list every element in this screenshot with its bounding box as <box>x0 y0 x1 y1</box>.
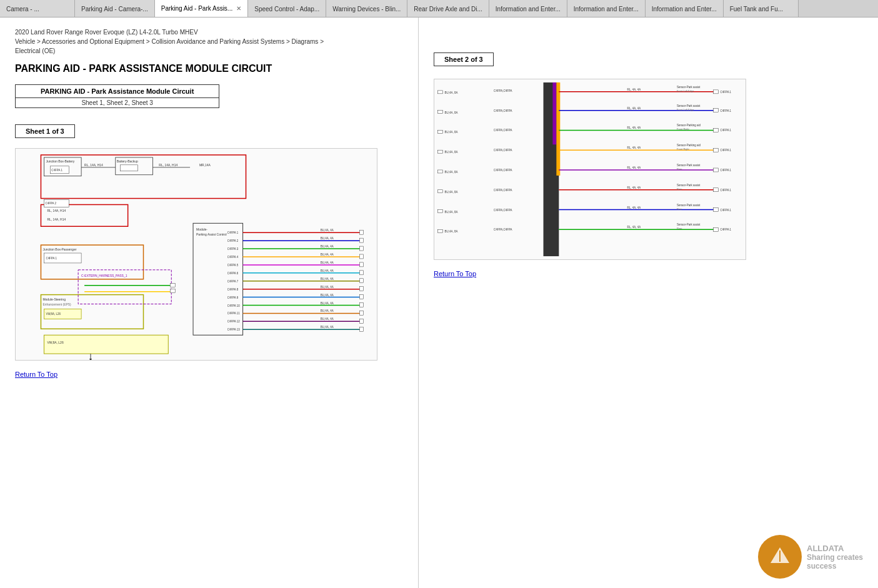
svg-text:RL, 14A, H14: RL, 14A, H14 <box>47 209 66 212</box>
svg-text:RL, 14A, H14: RL, 14A, H14 <box>159 164 177 167</box>
svg-text:VW,8A, L26: VW,8A, L26 <box>47 341 63 344</box>
svg-text:RL, 4A, 4A: RL, 4A, 4A <box>627 206 641 209</box>
svg-rect-98 <box>438 150 443 153</box>
svg-text:C4FPA 5: C4FPA 5 <box>227 264 239 267</box>
svg-text:Rear: Rear <box>677 187 682 191</box>
svg-rect-160 <box>714 208 719 212</box>
svg-text:BU,4A, 8A: BU,4A, 8A <box>445 230 458 233</box>
svg-rect-62 <box>359 230 363 234</box>
svg-rect-65 <box>359 254 363 259</box>
svg-text:C4FPA 1: C4FPA 1 <box>721 209 732 212</box>
tab-fuel-tank[interactable]: Fuel Tank and Fu... <box>724 0 799 17</box>
svg-rect-71 <box>359 303 363 307</box>
svg-text:RL, 4A, 4A: RL, 4A, 4A <box>627 226 641 229</box>
tab-parking-camera[interactable]: Parking Aid - Camera-... <box>75 0 155 17</box>
tab-parking-park[interactable]: Parking Aid - Park Assis... ✕ <box>155 0 249 17</box>
svg-text:C-EXTERN_HARNESS_PASS_1: C-EXTERN_HARNESS_PASS_1 <box>81 274 127 277</box>
svg-rect-157 <box>714 148 719 152</box>
svg-text:Parking Assist Control: Parking Assist Control <box>196 233 227 236</box>
svg-text:Module-: Module- <box>196 228 207 231</box>
svg-text:BU,4A, 4A: BU,4A, 4A <box>321 286 334 289</box>
tab-rear-drive[interactable]: Rear Drive Axle and Di... <box>407 0 489 17</box>
svg-text:Sensor-Park assist: Sensor-Park assist <box>677 204 701 207</box>
svg-rect-88 <box>170 284 175 287</box>
tab-warning-devices[interactable]: Warning Devices - Blin... <box>326 0 407 17</box>
svg-text:C4FPA 7: C4FPA 7 <box>227 280 239 283</box>
circuit-ref-subtitle: Sheet 1, Sheet 2, Sheet 3 <box>16 98 219 107</box>
tab-speed-control[interactable]: Speed Control - Adap... <box>248 0 326 17</box>
svg-text:C4FPA 6: C4FPA 6 <box>227 272 239 275</box>
svg-text:RL, 4A, 4A: RL, 4A, 4A <box>627 146 641 149</box>
svg-text:Sensor-Parking aid: Sensor-Parking aid <box>677 144 701 147</box>
svg-text:C4FPA 1: C4FPA 1 <box>227 231 239 234</box>
circuit-ref-table: PARKING AID - Park Assistance Module Cir… <box>15 84 219 108</box>
svg-rect-66 <box>359 262 363 267</box>
svg-rect-96 <box>438 111 443 114</box>
tab-info-enter-2[interactable]: Information and Enter... <box>567 0 646 17</box>
svg-text:C4FPA 2: C4FPA 2 <box>45 202 56 205</box>
sheet1-diagram: Junction Box-Battery C4FPA 1 Battery-Bac… <box>15 148 377 361</box>
sheet2-diagram: BU,4A, 8A BU,4A, 8A BU,4A, 8A BU,4A, 8A … <box>434 79 746 260</box>
svg-rect-158 <box>714 168 719 172</box>
svg-text:BU,4A, 4A: BU,4A, 4A <box>321 309 334 312</box>
tab-camera[interactable]: Camera - ... <box>0 0 75 17</box>
vehicle-info: 2020 Land Rover Range Rover Evoque (LZ) … <box>15 27 403 56</box>
svg-text:C4FPA 1: C4FPA 1 <box>721 91 732 94</box>
svg-text:BU,4A, 4A: BU,4A, 4A <box>321 326 334 329</box>
svg-rect-155 <box>714 109 719 112</box>
svg-text:C4FPA 1: C4FPA 1 <box>721 189 732 192</box>
svg-text:C4FPA 9: C4FPA 9 <box>227 296 239 299</box>
close-icon[interactable]: ✕ <box>236 5 241 12</box>
svg-text:Sensor-Park assist: Sensor-Park assist <box>677 86 701 89</box>
svg-text:BU,4A, 4A: BU,4A, 4A <box>321 253 334 256</box>
svg-rect-156 <box>714 128 719 132</box>
svg-rect-68 <box>359 279 363 283</box>
svg-rect-154 <box>714 90 719 94</box>
svg-text:C4FPA,C4FPA: C4FPA,C4FPA <box>494 189 512 192</box>
svg-text:Module-Steering: Module-Steering <box>42 298 66 301</box>
svg-text:BU,4A, 4A: BU,4A, 4A <box>321 269 334 272</box>
watermark-brand: ALLDATA <box>807 544 873 553</box>
svg-text:Enhancement (EPS): Enhancement (EPS) <box>42 303 71 306</box>
svg-rect-64 <box>359 246 363 251</box>
svg-text:C4FPA 1: C4FPA 1 <box>721 228 732 231</box>
svg-text:MR,14A: MR,14A <box>199 164 211 167</box>
svg-rect-89 <box>170 289 175 293</box>
svg-text:Sensor-Park assist: Sensor-Park assist <box>677 223 701 226</box>
svg-text:Rear: Rear <box>677 227 682 230</box>
return-to-top-left[interactable]: Return To Top <box>15 371 403 378</box>
svg-text:BU,4A, 4A: BU,4A, 4A <box>321 229 334 232</box>
svg-text:BU,4A, 4A: BU,4A, 4A <box>321 294 334 297</box>
svg-rect-101 <box>438 210 443 213</box>
return-to-top-right[interactable]: Return To Top <box>434 270 863 277</box>
svg-text:Rear: Rear <box>677 167 682 171</box>
svg-text:BU,4A, 8A: BU,4A, 8A <box>445 211 458 214</box>
svg-text:RL, 4A, 4A: RL, 4A, 4A <box>627 126 641 129</box>
svg-rect-99 <box>438 170 443 173</box>
svg-text:C4FPA 1: C4FPA 1 <box>721 169 732 172</box>
svg-rect-120 <box>552 82 556 144</box>
left-panel: 2020 Land Rover Range Rover Evoque (LZ) … <box>0 17 419 588</box>
svg-text:C4FPA 1: C4FPA 1 <box>721 149 732 152</box>
main-content: 2020 Land Rover Range Rover Evoque (LZ) … <box>0 17 878 588</box>
tab-info-enter-3[interactable]: Information and Enter... <box>646 0 724 17</box>
tab-info-enter-1[interactable]: Information and Enter... <box>489 0 567 17</box>
svg-text:C4FPA 13: C4FPA 13 <box>227 328 241 331</box>
circuit-ref-title: PARKING AID - Park Assistance Module Cir… <box>16 85 219 98</box>
svg-text:C4FPA 12: C4FPA 12 <box>227 320 241 323</box>
svg-text:C4FPA,C4FPA: C4FPA,C4FPA <box>494 149 512 152</box>
svg-text:C4FPA,C4FPA: C4FPA,C4FPA <box>494 89 512 92</box>
svg-rect-67 <box>359 271 363 275</box>
svg-text:RL, 4A, 4A: RL, 4A, 4A <box>627 186 641 189</box>
svg-text:Sensor-Parking aid: Sensor-Parking aid <box>677 124 701 127</box>
svg-text:C4FPA 1: C4FPA 1 <box>721 129 732 132</box>
svg-text:Sensor-Park assist: Sensor-Park assist <box>677 184 701 187</box>
svg-text:Junction Box-Passenger: Junction Box-Passenger <box>42 248 76 251</box>
svg-text:C4FPA 1: C4FPA 1 <box>51 169 62 172</box>
svg-text:BU,4A, 4A: BU,4A, 4A <box>321 277 334 281</box>
svg-text:RL, 14A, H14: RL, 14A, H14 <box>47 218 66 221</box>
svg-text:BU,4A, 8A: BU,4A, 8A <box>445 171 458 174</box>
svg-rect-70 <box>359 295 363 299</box>
sharing-text: Sharing creates success <box>807 553 873 571</box>
svg-rect-63 <box>359 238 363 242</box>
